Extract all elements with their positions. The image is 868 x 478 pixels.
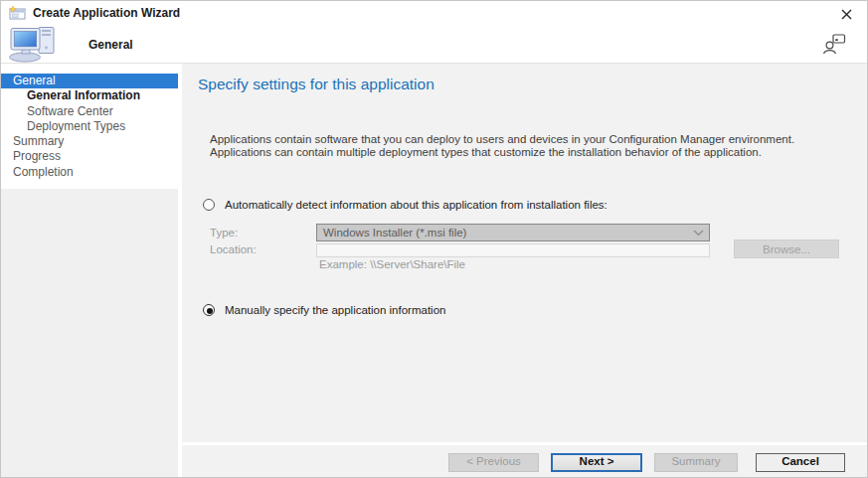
close-button[interactable]: [838, 6, 854, 22]
computer-icon: [8, 26, 62, 63]
sidebar-item-deployment-types[interactable]: Deployment Types: [1, 119, 178, 134]
sidebar-item-software-center[interactable]: Software Center: [1, 104, 178, 119]
type-dropdown-value: Windows Installer (*.msi file): [323, 227, 466, 239]
sidebar-item-progress[interactable]: Progress: [1, 149, 178, 164]
browse-button[interactable]: Browse...: [734, 239, 839, 258]
header-page-label: General: [88, 38, 133, 52]
chevron-down-icon: [693, 230, 704, 237]
location-input[interactable]: [316, 243, 710, 257]
page-title: Specify settings for this application: [198, 76, 434, 93]
wizard-window-icon: [9, 6, 26, 20]
close-icon: [841, 9, 852, 20]
radio-manually-specify[interactable]: Manually specify the application informa…: [203, 304, 445, 316]
description-line-1: Applications contain software that you c…: [210, 133, 794, 146]
location-label: Location:: [210, 243, 257, 255]
radio-circle-icon[interactable]: [203, 199, 215, 211]
summary-button[interactable]: Summary: [654, 453, 738, 472]
type-dropdown[interactable]: Windows Installer (*.msi file): [316, 224, 710, 241]
radio-manually-specify-label: Manually specify the application informa…: [225, 304, 445, 316]
wizard-steps-nav: General General Information Software Cen…: [1, 64, 178, 189]
radio-automatically-detect-label: Automatically detect information about t…: [225, 199, 608, 211]
sidebar-item-summary[interactable]: Summary: [1, 134, 178, 149]
feedback-person-card-icon: [821, 32, 847, 56]
type-label: Type:: [210, 227, 238, 239]
wizard-header: General: [1, 25, 867, 64]
next-button[interactable]: Next >: [551, 453, 642, 472]
sidebar-item-completion[interactable]: Completion: [1, 165, 178, 180]
create-application-wizard-window: Create Application Wizard: [0, 0, 868, 478]
radio-automatically-detect[interactable]: Automatically detect information about t…: [203, 199, 608, 211]
window-title: Create Application Wizard: [33, 6, 180, 20]
radio-selected-icon[interactable]: [203, 304, 215, 316]
sidebar-item-general-information[interactable]: General Information: [1, 88, 178, 103]
description-line-2: Applications can contain multiple deploy…: [210, 146, 794, 159]
page-description: Applications contain software that you c…: [210, 133, 794, 159]
wizard-footer: < Previous Next > Summary Cancel: [182, 445, 868, 478]
sidebar-item-general[interactable]: General: [1, 74, 178, 88]
titlebar[interactable]: Create Application Wizard: [1, 1, 867, 25]
previous-button[interactable]: < Previous: [448, 453, 539, 472]
cancel-button[interactable]: Cancel: [756, 453, 845, 472]
location-example-hint: Example: \\Server\Share\File: [319, 258, 465, 270]
feedback-button[interactable]: [821, 32, 847, 56]
main-content-panel: Specify settings for this application Ap…: [182, 64, 868, 442]
